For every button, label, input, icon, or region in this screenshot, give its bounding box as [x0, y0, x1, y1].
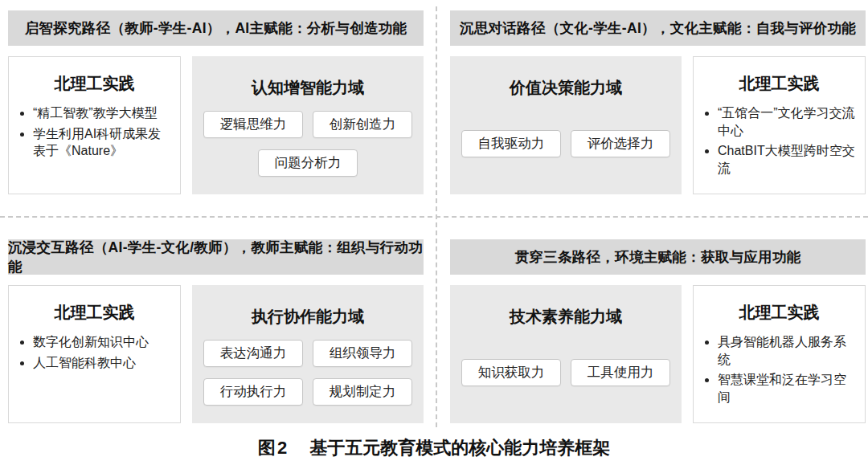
practice-item: 具身智能机器人服务系统 [718, 333, 857, 368]
pathway-header-text: 沉浸交互路径（AI-学生-文化/教师），教师主赋能：组织与行动功能 [8, 238, 424, 276]
quadrant-body: 技术素养能力域 知识获取力 工具使用力 北理工实践 具身智能机器人服务系统 智慧… [450, 285, 866, 423]
figure-caption: 图2基于五元教育模式的核心能力培养框架 [0, 436, 868, 460]
quadrant-body: 北理工实践 数字化创新知识中心 人工智能科教中心 执行协作能力域 表达沟通力 组… [8, 285, 424, 423]
domain-title: 认知增智能力域 [200, 77, 416, 99]
practice-list: “精工智教”教学大模型 学生利用AI科研成果发表于《Nature》 [17, 104, 172, 163]
practice-item: “精工智教”教学大模型 [33, 104, 172, 122]
figure-caption-label: 图2 [258, 438, 289, 458]
practice-title: 北理工实践 [702, 302, 857, 324]
ability-chip-group: 逻辑思维力 创新创造力 问题分析力 [200, 102, 416, 185]
ability-chip: 表达沟通力 [203, 340, 303, 367]
practice-title: 北理工实践 [702, 73, 857, 95]
quadrant-qizhi-exploration: 启智探究路径（教师-学生-AI），AI主赋能：分析与创造功能 北理工实践 “精工… [8, 10, 424, 194]
ability-chip: 逻辑思维力 [203, 111, 303, 138]
figure-caption-text: 基于五元教育模式的核心能力培养框架 [309, 438, 610, 458]
practice-box-bit: 北理工实践 具身智能机器人服务系统 智慧课堂和泛在学习空间 [693, 285, 866, 423]
ability-chip: 行动执行力 [203, 378, 303, 406]
ability-domain-cognitive: 认知增智能力域 逻辑思维力 创新创造力 问题分析力 [192, 56, 424, 194]
practice-title: 北理工实践 [17, 73, 172, 95]
pathway-header-chensi: 沉思对话路径（文化-学生-AI），文化主赋能：自我与评价功能 [450, 10, 866, 46]
quadrant-body: 价值决策能力域 自我驱动力 评价选择力 北理工实践 “五馆合一”文化学习交流中心… [450, 56, 866, 194]
ability-chip: 问题分析力 [258, 149, 358, 177]
practice-box-bit: 北理工实践 数字化创新知识中心 人工智能科教中心 [8, 285, 181, 423]
ability-chip: 创新创造力 [313, 111, 412, 138]
practice-box-bit: 北理工实践 “精工智教”教学大模型 学生利用AI科研成果发表于《Nature》 [8, 56, 181, 194]
framework-figure: 启智探究路径（教师-学生-AI），AI主赋能：分析与创造功能 北理工实践 “精工… [0, 0, 868, 465]
practice-list: “五馆合一”文化学习交流中心 ChatBIT大模型跨时空交流 [702, 104, 857, 180]
practice-item: ChatBIT大模型跨时空交流 [718, 142, 857, 177]
practice-list: 数字化创新知识中心 人工智能科教中心 [17, 333, 172, 374]
horizontal-dashed-divider [0, 216, 868, 218]
ability-domain-execution-collab: 执行协作能力域 表达沟通力 组织领导力 行动执行力 规划制定力 [192, 285, 424, 423]
domain-title: 执行协作能力域 [200, 306, 416, 328]
domain-title: 价值决策能力域 [458, 77, 674, 99]
practice-item: 数字化创新知识中心 [33, 333, 172, 351]
ability-domain-tech-literacy: 技术素养能力域 知识获取力 工具使用力 [450, 285, 682, 423]
practice-box-bit: 北理工实践 “五馆合一”文化学习交流中心 ChatBIT大模型跨时空交流 [693, 56, 866, 194]
ability-chip: 组织领导力 [313, 340, 412, 367]
practice-item: 学生利用AI科研成果发表于《Nature》 [33, 125, 172, 160]
quadrant-guanchuan-three-paths: 贯穿三条路径，环境主赋能：获取与应用功能 技术素养能力域 知识获取力 工具使用力… [450, 239, 866, 423]
ability-chip: 工具使用力 [571, 359, 670, 386]
ability-chip: 评价选择力 [571, 130, 670, 157]
quadrant-chenjin-interaction: 沉浸交互路径（AI-学生-文化/教师），教师主赋能：组织与行动功能 北理工实践 … [8, 239, 424, 423]
practice-list: 具身智能机器人服务系统 智慧课堂和泛在学习空间 [702, 333, 857, 409]
ability-chip-group: 表达沟通力 组织领导力 行动执行力 规划制定力 [200, 331, 416, 414]
practice-title: 北理工实践 [17, 302, 172, 324]
ability-chip: 规划制定力 [313, 378, 412, 406]
pathway-header-qizhi: 启智探究路径（教师-学生-AI），AI主赋能：分析与创造功能 [8, 10, 424, 46]
practice-item: 人工智能科教中心 [33, 354, 172, 372]
quadrant-chensi-dialogue: 沉思对话路径（文化-学生-AI），文化主赋能：自我与评价功能 价值决策能力域 自… [450, 10, 866, 194]
ability-chip: 自我驱动力 [461, 130, 561, 157]
practice-item: 智慧课堂和泛在学习空间 [718, 371, 857, 406]
pathway-header-chenjin: 沉浸交互路径（AI-学生-文化/教师），教师主赋能：组织与行动功能 [8, 239, 424, 275]
pathway-header-text: 贯穿三条路径，环境主赋能：获取与应用功能 [515, 247, 801, 267]
practice-item: “五馆合一”文化学习交流中心 [718, 104, 857, 139]
pathway-header-text: 启智探究路径（教师-学生-AI），AI主赋能：分析与创造功能 [25, 18, 407, 38]
ability-chip: 知识获取力 [461, 359, 561, 386]
pathway-header-guanchuan: 贯穿三条路径，环境主赋能：获取与应用功能 [450, 239, 866, 275]
domain-title: 技术素养能力域 [458, 306, 674, 328]
ability-chip-group: 知识获取力 工具使用力 [458, 331, 674, 414]
ability-chip-group: 自我驱动力 评价选择力 [458, 102, 674, 185]
ability-domain-value-decision: 价值决策能力域 自我驱动力 评价选择力 [450, 56, 682, 194]
pathway-header-text: 沉思对话路径（文化-学生-AI），文化主赋能：自我与评价功能 [460, 18, 856, 38]
quadrant-body: 北理工实践 “精工智教”教学大模型 学生利用AI科研成果发表于《Nature》 … [8, 56, 424, 194]
